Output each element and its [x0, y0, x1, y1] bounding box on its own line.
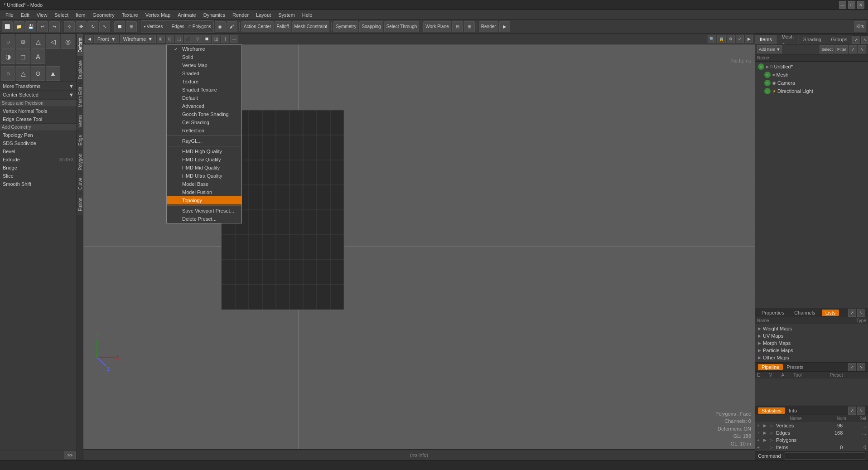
viewport-camera-dropdown[interactable]: Front ▼ — [94, 35, 119, 43]
toolbar-rotate[interactable]: ↻ — [87, 21, 98, 32]
rpanel-collapse[interactable]: ⤡ — [857, 309, 865, 317]
menu-geometry[interactable]: Geometry — [89, 10, 118, 20]
eye-untitled[interactable]: ○ — [758, 63, 764, 70]
vp-search[interactable]: 🔍 — [708, 35, 716, 43]
toolbar-snap[interactable]: 🔲 — [114, 21, 125, 32]
toolbar-select[interactable]: ⊹ — [64, 21, 75, 32]
stats-tab-statistics[interactable]: Statistics — [758, 407, 785, 414]
maximize-button[interactable]: □ — [848, 1, 855, 9]
close-button[interactable]: ✕ — [857, 1, 864, 9]
toolbar-magnet[interactable]: ⊞ — [126, 21, 137, 32]
center-selected-dropdown[interactable]: Center Selected ▼ — [0, 91, 77, 99]
stats-expand[interactable]: ⤢ — [848, 407, 856, 415]
side-tab-edge[interactable]: Edge — [77, 131, 83, 149]
scene-collapse-btn[interactable]: ⤡ — [858, 45, 866, 53]
side-tab-mesh-edit[interactable]: Mesh Edit — [77, 83, 83, 111]
scene-item-light[interactable]: ○ ★ Directional Light — [762, 87, 867, 95]
tool-pen[interactable]: ◻ — [16, 49, 30, 64]
dropdown-hmd-ultra[interactable]: HMD Ultra Quality — [167, 172, 241, 180]
stats-polygons-plus[interactable]: + — [757, 438, 762, 443]
vertex-normal-tools-item[interactable]: Vertex Normal Tools — [0, 107, 77, 115]
tool-scale[interactable]: ◁ — [46, 34, 60, 49]
dropdown-shaded-texture[interactable]: Shaded Texture — [167, 86, 241, 94]
more-transforms-dropdown[interactable]: More Transforms ▼ — [0, 82, 77, 91]
pipeline-expand[interactable]: ⤢ — [848, 363, 856, 371]
scene-item-mesh[interactable]: ○ ■ Mesh — [762, 71, 867, 79]
dropdown-model-base[interactable]: Model Base — [167, 180, 241, 188]
mesh-constraint-btn[interactable]: Mesh Constraint — [292, 21, 330, 32]
vp-lock[interactable]: 🔒 — [717, 35, 726, 43]
dropdown-topology[interactable]: Topology — [167, 196, 241, 204]
work-plane-icon2[interactable]: ⊞ — [464, 21, 475, 32]
pipeline-tab-pipeline[interactable]: Pipeline — [758, 364, 783, 370]
rpanel-particle-maps[interactable]: ▶ Particle Maps — [755, 347, 868, 354]
rpanel-tab-channels[interactable]: Channels — [791, 310, 819, 316]
tool-cube[interactable]: ▲ — [46, 66, 60, 81]
bevel-item[interactable]: Bevel — [0, 147, 77, 155]
render-btn[interactable]: Render — [479, 21, 498, 32]
action-center-btn[interactable]: Action Center — [241, 21, 274, 32]
side-tab-curve[interactable]: Curve — [77, 174, 83, 194]
eye-mesh[interactable]: ○ — [764, 72, 771, 78]
pipeline-collapse[interactable]: ⤡ — [857, 363, 865, 371]
dropdown-wireframe[interactable]: ✓ Wireframe — [167, 45, 241, 53]
dropdown-advanced[interactable]: Advanced — [167, 102, 241, 110]
right-panel-expand[interactable]: ⤢ — [852, 36, 860, 44]
rpanel-other-maps[interactable]: ▶ Other Maps — [755, 354, 868, 361]
dropdown-solid[interactable]: Solid — [167, 53, 241, 61]
dropdown-model-fusion[interactable]: Model Fusion — [167, 188, 241, 196]
sds-subdivide-item[interactable]: SDS Subdivide — [0, 139, 77, 147]
right-tab-shading[interactable]: Shading — [799, 35, 826, 44]
menu-edit[interactable]: Edit — [17, 10, 33, 20]
vp-view1[interactable]: ⬚ — [175, 35, 183, 43]
render-extra[interactable]: ▶ — [499, 21, 510, 32]
select-through-btn[interactable]: Select Through — [384, 21, 420, 32]
toolbar-save[interactable]: 💾 — [25, 21, 36, 32]
vp-settings[interactable]: ⚙ — [727, 35, 735, 43]
stats-edges-plus[interactable]: + — [757, 431, 762, 436]
vp-view6[interactable]: | — [221, 35, 229, 43]
vp-grid-btn[interactable]: ⊞ — [157, 35, 165, 43]
vp-view5[interactable]: ◫ — [212, 35, 220, 43]
vp-view4[interactable]: 🔲 — [203, 35, 211, 43]
menu-texture[interactable]: Texture — [118, 10, 142, 20]
scene-item-untitled[interactable]: ○ ▶ □ Untitled* — [756, 63, 867, 71]
right-tab-mesh[interactable]: Mesh ... — [777, 35, 799, 44]
stats-vertices-plus[interactable]: + — [757, 423, 762, 428]
right-tab-groups[interactable]: Groups — [826, 35, 852, 44]
expand-panel-btn[interactable]: >> — [64, 451, 76, 459]
vp-view2[interactable]: ⬛ — [184, 35, 193, 43]
menu-animate[interactable]: Animate — [174, 10, 199, 20]
menu-layout[interactable]: Layout — [252, 10, 275, 20]
section-snaps[interactable]: Snaps and Precision — [0, 100, 77, 107]
rpanel-weight-maps[interactable]: ▶ Weight Maps — [755, 325, 868, 332]
pipeline-tab-presets[interactable]: Presets — [783, 364, 807, 370]
rpanel-expand[interactable]: ⤢ — [848, 309, 856, 317]
dropdown-hmd-high[interactable]: HMD High Quality — [167, 147, 241, 155]
rpanel-tab-properties[interactable]: Properties — [758, 310, 788, 316]
paint-select-btn[interactable]: 🖌 — [227, 21, 237, 32]
rpanel-uv-maps[interactable]: ▶ UV Maps — [755, 332, 868, 339]
add-item-btn[interactable]: Add Item ▼ — [757, 45, 782, 53]
scene-item-camera[interactable]: ○ ◉ Camera — [762, 79, 867, 87]
menu-item[interactable]: Item — [72, 10, 89, 20]
dropdown-gooch[interactable]: Gooch Tone Shading — [167, 110, 241, 118]
snapping-btn[interactable]: Snapping — [359, 21, 383, 32]
toolbar-new[interactable]: ⬜ — [2, 21, 13, 32]
menu-file[interactable]: File — [2, 10, 17, 20]
work-plane-icon1[interactable]: ⊟ — [452, 21, 463, 32]
eye-camera[interactable]: ○ — [764, 80, 771, 86]
viewport-style-dropdown[interactable]: Wireframe ▼ — [120, 35, 156, 43]
toolbar-redo[interactable]: ↪ — [49, 21, 60, 32]
command-input[interactable] — [785, 452, 865, 460]
eye-light[interactable]: ○ — [764, 88, 771, 94]
extrude-item[interactable]: Extrude Shift+X — [0, 155, 77, 164]
rpanel-morph-maps[interactable]: ▶ Morph Maps — [755, 339, 868, 347]
menu-dynamics[interactable]: Dynamics — [200, 10, 229, 20]
edges-btn[interactable]: — Edges — [165, 21, 186, 32]
dropdown-reflection[interactable]: Reflection — [167, 126, 241, 135]
vp-layout-btn[interactable]: ⊟ — [166, 35, 174, 43]
side-tab-duplicate[interactable]: Duplicate — [77, 56, 83, 83]
tool-text[interactable]: A — [31, 49, 45, 64]
filter-btn[interactable]: Filter — [835, 45, 848, 53]
